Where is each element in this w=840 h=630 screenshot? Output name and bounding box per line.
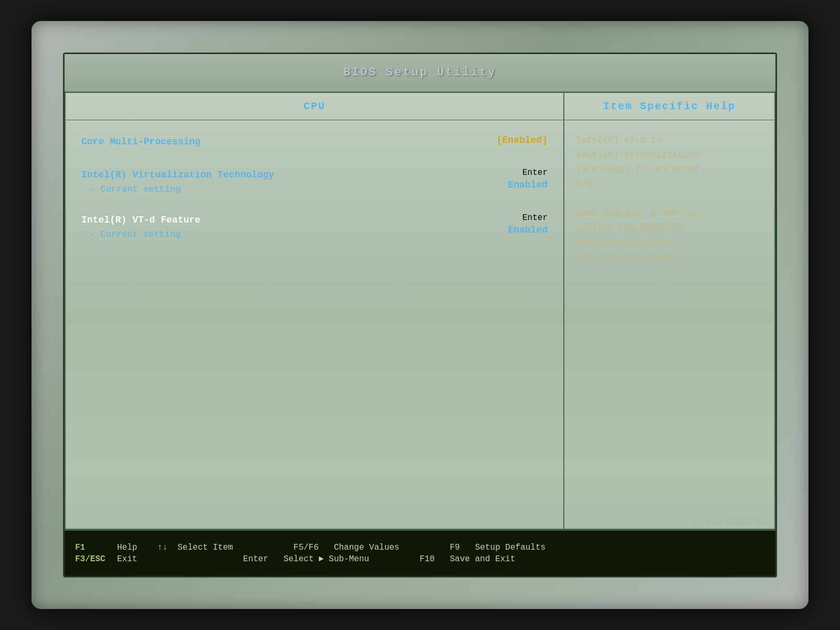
title-bar: BIOS Setup Utility [65,54,775,92]
help-header-text: Item Specific Help [603,100,736,112]
monitor-outer: BIOS Setup Utility CPU Core Multi-Proces… [32,21,808,609]
watermark: 51CTO.com 技术感悟 Blog [688,516,769,526]
right-panel: Item Specific Help Intel(R) VT-d is Inte… [564,93,774,529]
f3esc-desc: Exit Enter Select ► Sub-Menu F10 Save an… [117,554,765,564]
screen: BIOS Setup Utility CPU Core Multi-Proces… [63,52,777,578]
f1-desc: Help ↑↓ Select Item F5/F6 Change Values … [117,543,765,552]
setting-intel-vtd[interactable]: Intel(R) VT-d Feature - Current setting … [81,213,548,239]
status-bar: F1 Help ↑↓ Select Item F5/F6 Change Valu… [65,530,775,576]
help-content: Intel(R) VT-d is Intel(R) Virtualization… [576,133,763,265]
cpu-panel-body: Core Multi-Processing [Enabled] Intel(R)… [66,120,563,529]
status-row-2: F3/ESC Exit Enter Select ► Sub-Menu F10 … [75,554,765,564]
core-multi-processing-value-block: [Enabled] [464,135,548,145]
help-panel-body: Intel(R) VT-d is Intel(R) Virtualization… [564,120,774,529]
left-panel: CPU Core Multi-Processing [Enabled] [66,93,564,529]
bios-title: BIOS Setup Utility [343,66,497,79]
core-multi-processing-label: Core Multi-Processing [81,135,464,149]
core-multi-processing-value: [Enabled] [474,135,548,145]
f1-key: F1 [75,543,117,552]
intel-vt-label: Intel(R) Virtualization Technology [81,168,274,182]
intel-vtd-current-value: Enabled [508,225,548,235]
intel-vtd-label: Intel(R) VT-d Feature [81,213,201,227]
help-panel-header: Item Specific Help [564,93,774,120]
f3esc-key: F3/ESC [75,554,117,564]
setting-intel-vt[interactable]: Intel(R) Virtualization Technology - Cur… [81,168,548,194]
intel-vtd-value-block: Enter Enabled [464,213,548,235]
intel-vt-current-value: Enabled [508,180,548,190]
status-row-1: F1 Help ↑↓ Select Item F5/F6 Change Valu… [75,543,765,552]
main-content: CPU Core Multi-Processing [Enabled] [65,92,775,530]
intel-vtd-enter-btn[interactable]: Enter [522,213,548,223]
intel-vt-enter-btn[interactable]: Enter [522,168,548,177]
intel-vt-sub-label: - Current setting [81,184,274,194]
intel-vtd-sub-label: - Current setting [81,229,201,239]
intel-vt-value-block: Enter Enabled [464,168,548,190]
setting-core-multi-processing[interactable]: Core Multi-Processing [Enabled] [81,135,548,149]
cpu-header-text: CPU [303,100,326,112]
cpu-panel-header: CPU [66,93,563,120]
